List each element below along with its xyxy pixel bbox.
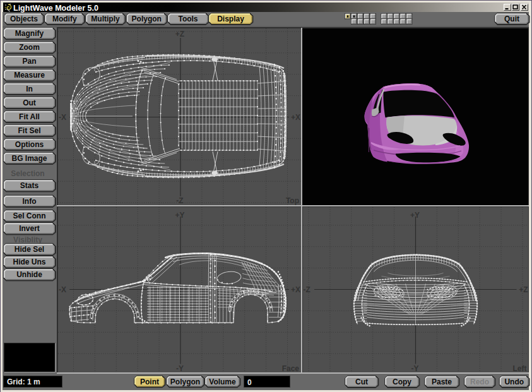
svg-text:Undo: Undo [504, 377, 524, 386]
